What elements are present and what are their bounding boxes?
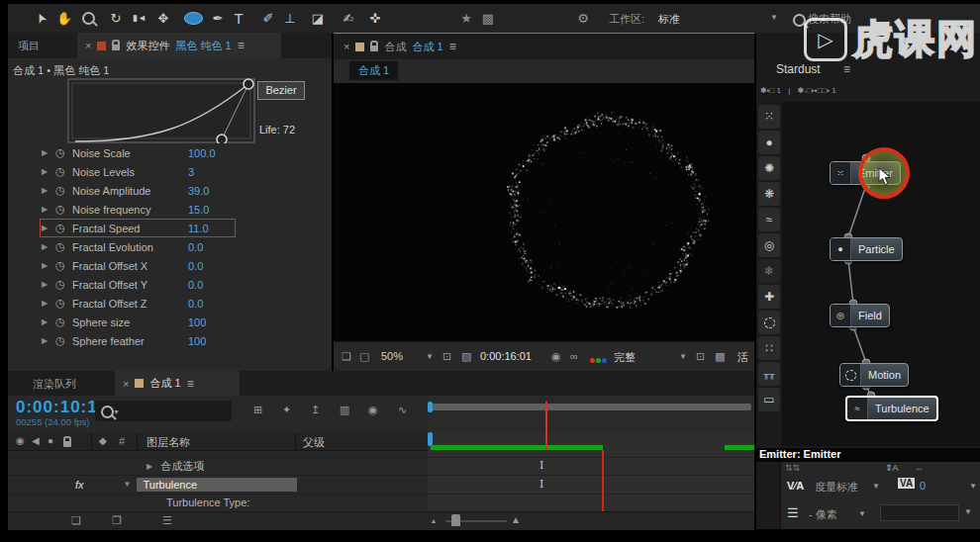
stopwatch-icon[interactable]: ◷ <box>55 203 72 216</box>
hand-tool[interactable]: ✋ <box>53 7 75 29</box>
stopwatch-icon[interactable]: ◷ <box>55 334 72 347</box>
palette-aux-button[interactable]: ❄ <box>758 259 780 283</box>
timeline-zoom-handle[interactable] <box>451 514 460 526</box>
property-value[interactable]: 0.0 <box>188 279 203 291</box>
close-icon[interactable]: × <box>343 41 349 52</box>
tracking-value[interactable]: 0 <box>920 480 926 492</box>
disclosure-icon[interactable]: ▶ <box>42 261 55 270</box>
close-icon[interactable]: × <box>85 40 91 51</box>
work-area-start-handle[interactable] <box>428 402 433 412</box>
palette-fan-button[interactable]: ❋ <box>758 182 780 206</box>
stopwatch-icon[interactable]: ◷ <box>55 146 72 159</box>
resolution-arrow-icon[interactable]: ▼ <box>679 352 687 361</box>
lock-icon[interactable] <box>112 45 120 50</box>
tab-effect-controls[interactable]: × 效果控件 黑色 纯色 1 ≡ <box>77 33 281 58</box>
property-row-noise-levels[interactable]: ▶◷Noise Levels3 <box>8 162 332 181</box>
palette-motion-button[interactable] <box>758 311 780 334</box>
motion-blur-icon[interactable]: ◉ <box>368 404 378 416</box>
stopwatch-icon[interactable]: ◷ <box>55 297 72 310</box>
comp-tab[interactable]: 合成 1 <box>349 61 398 80</box>
palette-emitter-button[interactable]: ⁙ <box>758 105 780 129</box>
preview-timecode[interactable]: 0:00:16:01 <box>480 350 532 362</box>
brush-tool[interactable]: ✐ <box>257 7 279 29</box>
disclosure-icon[interactable]: ▶ <box>42 167 55 176</box>
show-snapshot-icon[interactable]: ∞ <box>570 350 578 362</box>
pen-tool[interactable]: ✒ <box>207 7 229 29</box>
show-channels-icon[interactable] <box>589 353 607 365</box>
stopwatch-icon[interactable]: ◷ <box>55 184 72 197</box>
tracking-arrow-icon[interactable]: ▼ <box>969 482 977 491</box>
palette-field-button[interactable]: ◎ <box>758 233 780 257</box>
composition-panel-header[interactable]: × 合成 合成 1 ≡ <box>334 33 754 59</box>
stopwatch-icon[interactable]: ◷ <box>55 222 72 234</box>
transparency-grid-icon[interactable]: ▨ <box>461 350 471 363</box>
node-turbulence-selected[interactable]: ≈Turbulence <box>845 396 938 421</box>
search-help-label[interactable]: 搜索帮助 <box>808 12 851 27</box>
mask-button[interactable]: ▩ <box>477 7 499 29</box>
property-value[interactable]: 100 <box>188 316 206 328</box>
roi-icon[interactable]: ⊡ <box>442 350 451 363</box>
audio-icon[interactable]: ◀ <box>32 435 40 446</box>
disclosure-icon[interactable]: ▶ <box>147 462 152 471</box>
resolution-dropdown[interactable]: 完整 <box>614 350 636 365</box>
property-row-sphere-size[interactable]: ▶◷Sphere size100 <box>8 313 332 331</box>
pan-behind-tool[interactable]: ✥ <box>152 7 174 29</box>
primary-viewer-icon[interactable]: ▢ <box>359 350 369 363</box>
layer-name-column[interactable]: 图层名称 <box>147 435 190 450</box>
rotation-tool[interactable]: ↻ <box>105 7 127 29</box>
magnification-arrow-icon[interactable]: ▼ <box>426 352 434 361</box>
life-curve-editor[interactable] <box>67 78 255 143</box>
roto-brush-tool[interactable]: ✍ <box>338 7 359 29</box>
timeline-search-box[interactable]: ▼ <box>95 401 232 421</box>
eraser-tool[interactable]: ◪ <box>307 7 329 29</box>
disclosure-icon[interactable]: ▶ <box>42 280 55 289</box>
disclosure-icon[interactable]: ▶ <box>42 299 55 308</box>
active-camera-partial-label[interactable]: 活 <box>737 350 748 365</box>
node-motion[interactable]: Motion <box>839 363 909 387</box>
puppet-pin-tool[interactable]: ✜ <box>364 7 386 29</box>
keyframe-ibeam[interactable]: I <box>539 478 543 491</box>
disclosure-icon[interactable]: ▶ <box>42 148 55 157</box>
property-row-sphere-feather[interactable]: ▶◷Sphere feather100 <box>8 331 332 350</box>
label-column-icon[interactable]: ◆ <box>99 435 107 446</box>
shy-layers-icon[interactable]: ↥ <box>311 404 320 416</box>
magnification-dropdown[interactable]: 50% <box>381 350 403 362</box>
camera-tool[interactable]: ▮◄ <box>129 7 150 29</box>
disclosure-icon[interactable]: ▶ <box>42 336 55 345</box>
palette-physics-button[interactable]: ╥╥ <box>758 362 780 386</box>
tab-project[interactable]: 项目 <box>18 39 40 53</box>
frame-blend-icon[interactable]: ✦ <box>282 404 291 416</box>
bezier-button[interactable]: Bezier <box>257 81 305 100</box>
stopwatch-icon[interactable]: ◷ <box>55 259 72 272</box>
property-row-fractal-offset-x[interactable]: ▶◷Fractal Offset X0.0 <box>8 256 332 275</box>
graph-editor-icon[interactable]: ∿ <box>398 404 407 416</box>
palette-turbulence-button[interactable]: ≈ <box>758 208 780 231</box>
row-turbulence-type[interactable]: Turbulence Type: <box>8 494 428 512</box>
stopwatch-icon[interactable]: ◷ <box>55 165 72 178</box>
property-value[interactable]: 0.0 <box>188 298 203 310</box>
palette-add-button[interactable]: ✚ <box>758 285 780 309</box>
roi2-icon[interactable]: ⊡ <box>696 350 705 363</box>
search-arrow-icon[interactable]: ▼ <box>113 408 120 415</box>
property-row-fractal-speed-highlighted[interactable]: ▶◷Fractal Speed11.0 <box>8 219 332 237</box>
font-arrow-icon[interactable]: ▼ <box>964 507 972 516</box>
kerning-metrics-dropdown[interactable]: 度量标准 <box>815 480 858 495</box>
palette-particle-button[interactable]: ● <box>758 131 780 154</box>
zoom-in-mountain-icon[interactable]: ▲ <box>511 514 521 525</box>
palette-replica-button[interactable]: ∷ <box>758 336 780 360</box>
property-value[interactable]: 3 <box>188 166 194 178</box>
paragraph-menu-icon[interactable]: ☰ <box>787 505 799 520</box>
snapshot-icon[interactable]: ◉ <box>551 350 561 363</box>
node-particle[interactable]: ●Particle <box>830 237 903 261</box>
expand-layers-icon[interactable]: ❏ <box>71 514 81 527</box>
stardust-menu-icon[interactable]: ≡ <box>843 62 850 76</box>
stardust-toolbar[interactable]: ✱▪□ 1 | ✱-□▪▪□□▪ 1 <box>760 86 836 95</box>
node-field[interactable]: ◎Field <box>830 304 890 327</box>
property-row-fractal-evolution[interactable]: ▶◷Fractal Evolution0.0 <box>8 237 332 256</box>
panel-menu-icon[interactable]: ≡ <box>238 39 245 52</box>
lock-column-icon[interactable] <box>63 441 71 447</box>
parent-column[interactable]: 父级 <box>303 435 325 450</box>
kerning-arrow-icon[interactable]: ▼ <box>872 482 880 491</box>
property-row-noise-amplitude[interactable]: ▶◷Noise Amplitude39.0 <box>8 181 332 200</box>
exposure-icon[interactable]: ▩ <box>715 350 725 363</box>
